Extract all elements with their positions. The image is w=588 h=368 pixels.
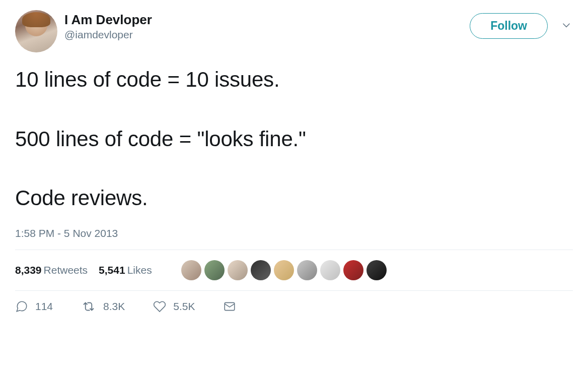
liker-avatar[interactable] <box>320 260 340 280</box>
author-avatar[interactable] <box>15 10 57 52</box>
follow-button[interactable]: Follow <box>470 13 548 39</box>
author-block[interactable]: I Am Devloper @iamdevloper <box>15 10 152 52</box>
heart-icon <box>153 300 166 313</box>
liker-avatar[interactable] <box>181 260 201 280</box>
svg-rect-0 <box>225 302 235 310</box>
liker-avatar[interactable] <box>297 260 317 280</box>
liker-avatars <box>181 260 387 280</box>
reply-count: 114 <box>35 300 53 313</box>
reply-button[interactable]: 114 <box>15 300 53 313</box>
like-count: 5.5K <box>173 300 195 313</box>
likes-count: 5,541 <box>99 264 125 276</box>
envelope-icon <box>223 300 236 313</box>
more-menu-chevron-icon[interactable] <box>560 19 573 34</box>
tweet-header: I Am Devloper @iamdevloper Follow <box>15 10 573 52</box>
author-names: I Am Devloper @iamdevloper <box>64 12 152 41</box>
tweet-text: 10 lines of code = 10 issues. 500 lines … <box>15 65 573 213</box>
like-button[interactable]: 5.5K <box>153 300 195 313</box>
retweet-count: 8.3K <box>103 300 125 313</box>
retweet-icon <box>81 300 96 313</box>
header-actions: Follow <box>470 13 573 39</box>
reply-icon <box>15 300 28 313</box>
retweets-stat[interactable]: 8,339Retweets <box>15 264 88 276</box>
retweets-count: 8,339 <box>15 264 42 276</box>
liker-avatar[interactable] <box>274 260 294 280</box>
likes-label: Likes <box>127 264 152 276</box>
retweet-button[interactable]: 8.3K <box>81 300 125 313</box>
liker-avatar[interactable] <box>228 260 248 280</box>
liker-avatar[interactable] <box>251 260 271 280</box>
liker-avatar[interactable] <box>366 260 387 280</box>
tweet-timestamp[interactable]: 1:58 PM - 5 Nov 2013 <box>15 227 573 239</box>
retweets-label: Retweets <box>44 264 88 276</box>
actions-row: 114 8.3K 5.5K <box>15 291 573 313</box>
dm-button[interactable] <box>223 300 236 313</box>
stats-row: 8,339Retweets 5,541Likes <box>15 250 573 290</box>
author-handle[interactable]: @iamdevloper <box>64 29 152 41</box>
liker-avatar[interactable] <box>204 260 225 280</box>
author-display-name[interactable]: I Am Devloper <box>64 12 152 28</box>
likes-stat[interactable]: 5,541Likes <box>99 264 152 276</box>
liker-avatar[interactable] <box>343 260 363 280</box>
